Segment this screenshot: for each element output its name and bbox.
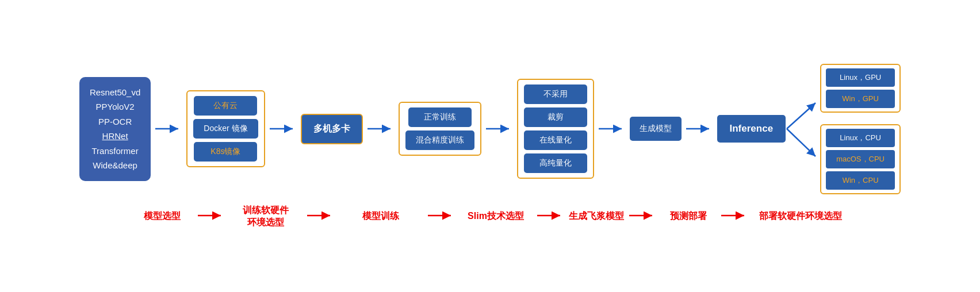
gen-model-box: 生成模型	[630, 117, 682, 141]
label-row: 模型选型 训练软硬件 环境选型 模型训练	[128, 205, 852, 229]
flow-row: Resnet50_vd PPYoloV2 PP-OCR HRNet Transf…	[79, 64, 901, 194]
label-env-select: 训练软硬件 环境选型	[225, 205, 306, 229]
output-win-gpu: Win，GPU	[826, 90, 895, 108]
multi-card-box: 多机多卡	[301, 114, 363, 144]
label-arrow-4	[536, 209, 565, 225]
branch-section: Linux，GPU Win，GPU Linux，CPU macOS，CPU Wi…	[786, 64, 901, 194]
svg-line-6	[787, 103, 816, 129]
label-deploy-env: 部署软硬件环境选型	[749, 210, 852, 222]
model-item: Wide&deep	[90, 158, 140, 173]
model-item: HRNet	[90, 129, 140, 144]
output-cluster-gpu: Linux，GPU Win，GPU	[820, 64, 901, 113]
model-item: PPYoloV2	[90, 99, 140, 114]
slim-box: 不采用 裁剪 在线量化 高纯量化	[517, 79, 594, 179]
label-model-train: 模型训练	[335, 210, 427, 222]
label-arrow-3	[427, 209, 455, 225]
train-box: 正常训练 混合精度训练	[399, 102, 481, 156]
svg-line-7	[787, 129, 816, 156]
label-model-select: 模型选型	[128, 210, 197, 222]
model-item: Transformer	[90, 144, 140, 159]
output-macos-cpu: macOS，CPU	[826, 150, 895, 168]
output-linux-gpu: Linux，GPU	[826, 68, 895, 87]
label-arrow-2	[306, 209, 335, 225]
label-arrow-1	[197, 209, 225, 225]
arrow-4	[485, 122, 514, 136]
train-item-normal: 正常训练	[408, 107, 472, 127]
diagram-wrapper: Resnet50_vd PPYoloV2 PP-OCR HRNet Transf…	[7, 8, 973, 284]
slim-item-online-quant: 在线量化	[524, 130, 587, 150]
model-item: PP-OCR	[90, 114, 140, 129]
arrow-2	[269, 122, 297, 136]
model-box: Resnet50_vd PPYoloV2 PP-OCR HRNet Transf…	[79, 77, 151, 181]
arrow-3	[366, 122, 395, 136]
env-box: 公有云 Docker 镜像 K8s镜像	[186, 90, 265, 167]
label-predict: 预测部署	[657, 210, 720, 222]
label-gen-model: 生成飞浆模型	[565, 210, 628, 222]
label-slim-select: Slim技术选型	[455, 210, 536, 222]
env-item-k8s: K8s镜像	[194, 142, 257, 162]
label-arrow-6	[720, 209, 749, 225]
output-linux-cpu: Linux，CPU	[826, 129, 895, 147]
arrow-1	[154, 122, 183, 136]
train-item-mixed: 混合精度训练	[405, 130, 474, 150]
branch-svg	[786, 71, 820, 186]
slim-item-high-quant: 高纯量化	[524, 153, 587, 173]
output-group: Linux，GPU Win，GPU Linux，CPU macOS，CPU Wi…	[820, 64, 901, 194]
slim-item-none: 不采用	[524, 84, 587, 104]
arrow-5	[598, 122, 626, 136]
inference-box: Inference	[717, 115, 786, 143]
arrow-6	[685, 122, 714, 136]
slim-item-prune: 裁剪	[524, 107, 587, 127]
output-win-cpu: Win，CPU	[826, 171, 895, 190]
label-arrow-5	[628, 209, 657, 225]
env-item-cloud: 公有云	[194, 96, 257, 116]
output-cluster-cpu: Linux，CPU macOS，CPU Win，CPU	[820, 124, 901, 194]
model-item: Resnet50_vd	[90, 85, 140, 100]
env-item-docker: Docker 镜像	[193, 119, 258, 139]
